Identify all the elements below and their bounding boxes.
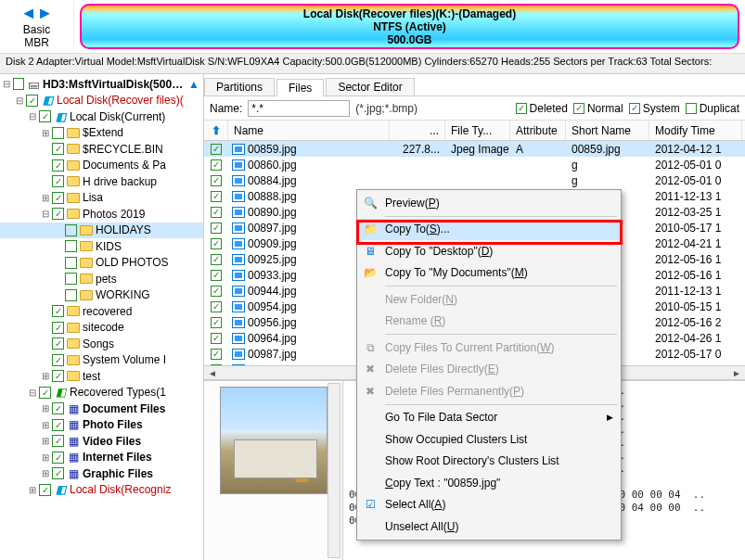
file-list-header: ⬆ Name ... File Ty... Attribute Short Na…	[204, 121, 745, 141]
nav-basic-label: BasicMBR	[23, 23, 50, 50]
cm-goto-sector[interactable]: Go To File Data Sector▶	[357, 407, 621, 429]
tree-item[interactable]: ⊞✓▦Graphic Files	[0, 465, 203, 482]
cm-rename: Rename (R)	[357, 311, 621, 333]
preview-pane	[204, 381, 343, 560]
cm-delete-perm: ✖Delete Files Permanently(P)	[357, 380, 621, 402]
cm-preview[interactable]: 🔍Preview(P)	[357, 192, 621, 214]
cm-copy-partition: ⧉Copy Files To Current Partition(W)	[357, 337, 621, 359]
banner-line3: 500.0GB	[387, 33, 431, 46]
name-filter-label: Name:	[210, 102, 242, 115]
col-shortname[interactable]: Short Name	[566, 121, 649, 140]
tree-item[interactable]: ⊞✓▦Document Files	[0, 401, 203, 417]
cm-new-folder: New Folder(N)	[357, 288, 621, 311]
tree-item[interactable]: ⊞✓▦Internet Files	[0, 450, 203, 466]
chk-duplicat[interactable]: Duplicat	[686, 102, 739, 115]
tree-item[interactable]: WORKING	[0, 287, 203, 304]
filter-bar: Name: (*.jpg;*.bmp) ✓Deleted ✓Normal ✓Sy…	[204, 96, 745, 121]
tree-item[interactable]: HOLIDAYS	[0, 223, 203, 239]
tree-item[interactable]: KIDS	[0, 238, 203, 255]
tree-item[interactable]: ⊟🖴HD3:MsftVirtualDisk(500GB)▲	[0, 76, 203, 93]
cm-delete-direct: ✖Delete Files Directly(E)	[357, 359, 621, 381]
tree-item[interactable]: ✓H drive backup	[0, 173, 203, 190]
chk-deleted[interactable]: ✓Deleted	[516, 102, 568, 115]
file-row[interactable]: ✓00859.jpg227.8...Jpeg ImageA00859.jpg20…	[204, 141, 745, 157]
name-filter-input[interactable]	[248, 100, 350, 117]
tree-item[interactable]: ✓sitecode	[0, 320, 203, 337]
nav-arrows-icon: ◄►	[20, 4, 54, 23]
col-modify[interactable]: Modify Time	[649, 121, 742, 140]
chk-system[interactable]: ✓System	[629, 102, 680, 115]
cm-show-occupied[interactable]: Show Occupied Clusters List	[357, 428, 621, 451]
nav-basic[interactable]: ◄► BasicMBR	[0, 0, 74, 53]
search-icon: 🔍	[363, 196, 378, 210]
banner-line1: Local Disk(Recover files)(K:)-(Damaged)	[303, 7, 516, 20]
check-icon: ☑	[363, 497, 378, 512]
col-name[interactable]: Name	[228, 121, 390, 140]
folder-arrow-icon: 📁	[363, 222, 378, 236]
file-row[interactable]: ✓00860.jpgg2012-05-01 0	[204, 157, 745, 172]
ext-hint: (*.jpg;*.bmp)	[355, 102, 417, 115]
tree-item[interactable]: pets	[0, 271, 203, 287]
tree-item[interactable]: ⊟✓◧Recovered Types(1	[0, 385, 203, 401]
tree-item[interactable]: ⊟✓Photos 2019	[0, 206, 203, 223]
disk-banner[interactable]: Local Disk(Recover files)(K:)-(Damaged) …	[80, 4, 739, 49]
col-size[interactable]: ...	[390, 121, 445, 140]
tree-item[interactable]: ✓Documents & Pa	[0, 158, 203, 174]
cm-show-root[interactable]: Show Root Directory's Clusters List	[357, 451, 621, 473]
tree-item[interactable]: ⊟✓◧Local Disk(Current)	[0, 108, 203, 125]
preview-scrollbar[interactable]	[328, 383, 340, 558]
up-button[interactable]: ⬆	[204, 121, 228, 140]
tree-item[interactable]: ⊞$Extend	[0, 125, 203, 142]
col-attribute[interactable]: Attribute	[510, 121, 566, 140]
cm-copy-text[interactable]: Copy Text : "00859.jpg"	[357, 472, 621, 494]
file-row[interactable]: ✓00884.jpgg2012-05-01 0	[204, 172, 745, 188]
cm-copy-mydocs[interactable]: 📂Copy To "My Documents"(M)	[357, 262, 621, 285]
chk-normal[interactable]: ✓Normal	[573, 102, 623, 115]
disk-info-bar: Disk 2 Adapter:Virtual Model:MsftVirtual…	[0, 54, 745, 74]
tree-item[interactable]: ⊟✓◧Local Disk(Recover files)(	[0, 93, 203, 109]
cm-select-all[interactable]: ☑Select All(A)	[357, 494, 621, 516]
submenu-arrow-icon: ▶	[607, 413, 613, 422]
tree-item[interactable]: OLD PHOTOS	[0, 255, 203, 272]
context-menu: 🔍Preview(P) 📁Copy To(S)... 🖥Copy To "Des…	[356, 189, 622, 541]
delete-icon: ✖	[363, 362, 378, 376]
tree-item[interactable]: ✓$RECYCLE.BIN	[0, 141, 203, 158]
tree-item[interactable]: ✓Songs	[0, 336, 203, 352]
copy-icon: ⧉	[363, 340, 378, 355]
cm-copy-desktop[interactable]: 🖥Copy To "Desktop"(D)	[357, 240, 621, 262]
desktop-icon: 🖥	[363, 244, 378, 259]
tree-item[interactable]: ⊞✓▦Video Files	[0, 433, 203, 450]
tree-item[interactable]: ⊞✓◧Local Disk(Recogniz	[0, 482, 203, 499]
tree-item[interactable]: ✓System Volume I	[0, 352, 203, 369]
cm-unselect-all[interactable]: Unselect All(U)	[357, 515, 621, 538]
tabs: Partitions Files Sector Editor	[204, 74, 745, 96]
col-filetype[interactable]: File Ty...	[445, 121, 510, 140]
preview-thumbnail[interactable]	[220, 387, 328, 494]
folder-icon: 📂	[363, 265, 378, 280]
tree-item[interactable]: ⊞✓Lisa	[0, 190, 203, 207]
tree-item[interactable]: ✓recovered	[0, 303, 203, 320]
folder-tree[interactable]: ⊟🖴HD3:MsftVirtualDisk(500GB)▲⊟✓◧Local Di…	[0, 74, 204, 560]
cm-copy-to[interactable]: 📁Copy To(S)...	[357, 219, 621, 241]
delete-perm-icon: ✖	[363, 384, 378, 399]
tab-files[interactable]: Files	[276, 79, 324, 96]
tab-partitions[interactable]: Partitions	[204, 78, 275, 95]
tree-item[interactable]: ⊞✓test	[0, 368, 203, 385]
tab-sector-editor[interactable]: Sector Editor	[326, 78, 414, 95]
banner-line2: NTFS (Active)	[373, 20, 446, 33]
tree-item[interactable]: ⊞✓▦Photo Files	[0, 417, 203, 434]
